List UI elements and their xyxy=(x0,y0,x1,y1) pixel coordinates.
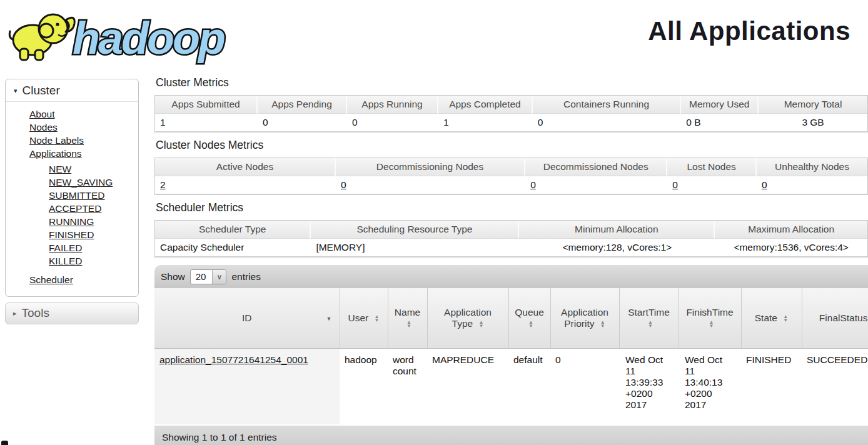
apps-running-value: 0 xyxy=(347,114,438,132)
application-starttime-cell: Wed Oct 11 13:39:33 +0200 2017 xyxy=(619,348,679,424)
col-apps-running: Apps Running xyxy=(347,96,438,114)
cluster-nav-panel: ▾Cluster About Nodes Node Labels Applica… xyxy=(5,79,139,297)
header-queue[interactable]: Queue ▲▼ xyxy=(508,288,550,348)
nodes-metrics-value-row: 2 0 0 0 0 xyxy=(155,176,867,195)
sidebar-item-node-labels[interactable]: Node Labels xyxy=(29,135,84,146)
table-info-bar: Showing 1 to 1 of 1 entries xyxy=(154,426,868,445)
application-queue-cell: default xyxy=(508,348,550,424)
header-starttime-label: StartTime xyxy=(628,307,670,318)
cluster-nodes-metrics-table: Active Nodes Decommissioning Nodes Decom… xyxy=(154,158,868,195)
header-finalstatus[interactable]: FinalStatus ▲▼ xyxy=(802,288,868,348)
col-decommissioning-nodes: Decommissioning Nodes xyxy=(336,158,525,176)
application-type-cell: MAPREDUCE xyxy=(427,348,508,424)
active-nodes-link[interactable]: 2 xyxy=(160,179,166,190)
show-label: Show xyxy=(161,271,185,282)
memory-used-value: 0 B xyxy=(681,114,759,132)
header-id[interactable]: ID▼ xyxy=(154,288,340,348)
header-application-type[interactable]: Application Type ▲▼ xyxy=(427,288,508,348)
col-lost-nodes: Lost Nodes xyxy=(667,158,757,176)
application-state-links: NEW NEW_SAVING SUBMITTED ACCEPTED RUNNIN… xyxy=(6,162,138,268)
sidebar: ▾Cluster About Nodes Node Labels Applica… xyxy=(5,79,139,324)
application-finalstatus-cell: SUCCEEDED xyxy=(802,348,868,424)
maximum-allocation-value: <memory:1536, vCores:4> xyxy=(715,239,867,258)
decommissioning-nodes-link[interactable]: 0 xyxy=(341,179,346,190)
col-unhealthy-nodes: Unhealthy Nodes xyxy=(757,158,867,176)
header-application-type-label: Application Type xyxy=(444,307,492,329)
scheduler-metrics-value-row: Capacity Scheduler [MEMORY] <memory:128,… xyxy=(155,239,867,258)
scheduler-metrics-header-row: Scheduler Type Scheduling Resource Type … xyxy=(155,221,867,239)
page-size-select[interactable]: 20 ∨ xyxy=(190,269,227,284)
sidebar-item-scheduler[interactable]: Scheduler xyxy=(29,274,73,285)
logo-wordmark: hadoop xyxy=(73,13,225,63)
header-starttime[interactable]: StartTime ▲▼ xyxy=(619,288,679,348)
sidebar-item-running[interactable]: RUNNING xyxy=(49,216,94,227)
header-finishtime[interactable]: FinishTime ▲▼ xyxy=(679,288,741,348)
cluster-nodes-metrics-heading: Cluster Nodes Metrics xyxy=(156,139,868,152)
sort-both-icon: ▲▼ xyxy=(479,321,484,328)
sidebar-item-new-saving[interactable]: NEW_SAVING xyxy=(49,177,113,188)
cluster-metrics-table: Apps Submitted Apps Pending Apps Running… xyxy=(154,95,868,132)
col-memory-used: Memory Used xyxy=(681,96,759,114)
chevron-down-icon: ▾ xyxy=(14,87,18,94)
cluster-links: About Nodes Node Labels Applications xyxy=(6,108,138,160)
main-content: Cluster Metrics Apps Submitted Apps Pend… xyxy=(154,75,868,445)
chevron-right-icon: ▸ xyxy=(13,309,17,317)
header-state-label: State xyxy=(755,312,777,323)
header-user[interactable]: User ▲▼ xyxy=(340,288,388,348)
unhealthy-nodes-link[interactable]: 0 xyxy=(762,179,767,190)
sort-both-icon: ▲▼ xyxy=(709,321,714,328)
hadoop-logo: hadoop xyxy=(5,4,250,68)
sidebar-item-submitted[interactable]: SUBMITTED xyxy=(49,190,105,201)
apps-submitted-value: 1 xyxy=(155,114,258,132)
tools-section-label: Tools xyxy=(22,306,49,319)
sort-both-icon: ▲▼ xyxy=(375,315,380,322)
cluster-section-label: Cluster xyxy=(23,84,60,97)
decommissioned-nodes-link[interactable]: 0 xyxy=(530,179,536,190)
sort-both-icon: ▲▼ xyxy=(528,321,533,328)
sidebar-item-accepted[interactable]: ACCEPTED xyxy=(49,203,101,214)
sort-both-icon: ▲▼ xyxy=(600,321,605,328)
cluster-metrics-heading: Cluster Metrics xyxy=(156,76,868,89)
page-title: All Applications xyxy=(648,16,850,46)
application-row: application_1507721641254_0001 hadoop wo… xyxy=(154,348,868,424)
application-finishtime-cell: Wed Oct 11 13:40:13 +0200 2017 xyxy=(679,348,741,424)
application-priority-cell: 0 xyxy=(550,348,619,424)
col-minimum-allocation: Minimum Allocation xyxy=(519,221,715,239)
apps-pending-value: 0 xyxy=(258,114,347,132)
header-finalstatus-label: FinalStatus xyxy=(819,312,868,323)
sort-both-icon: ▲▼ xyxy=(783,315,788,322)
sidebar-item-killed[interactable]: KILLED xyxy=(49,256,82,266)
header-name[interactable]: Name ▲▼ xyxy=(388,288,427,348)
header-user-label: User xyxy=(348,312,369,323)
application-state-cell: FINISHED xyxy=(741,348,802,424)
cluster-section-header[interactable]: ▾Cluster xyxy=(6,79,138,102)
application-user-cell: hadoop xyxy=(340,348,388,424)
lost-nodes-link[interactable]: 0 xyxy=(672,179,678,190)
col-maximum-allocation: Maximum Allocation xyxy=(715,221,867,239)
col-memory-total: Memory Total xyxy=(759,96,867,114)
application-id-cell: application_1507721641254_0001 xyxy=(154,348,340,424)
sidebar-item-about[interactable]: About xyxy=(29,109,55,119)
col-scheduler-type: Scheduler Type xyxy=(155,221,311,239)
applications-table: ID▼ User ▲▼ Name ▲▼ Application Type ▲▼ … xyxy=(154,288,868,424)
col-containers-running: Containers Running xyxy=(533,96,682,114)
header-state[interactable]: State ▲▼ xyxy=(741,288,802,348)
scheduling-resource-type-value: [MEMORY] xyxy=(311,239,519,258)
tools-section-header[interactable]: ▸Tools xyxy=(5,302,139,324)
header-application-priority[interactable]: Application Priority ▲▼ xyxy=(550,288,619,348)
select-dropdown-icon: ∨ xyxy=(212,270,226,284)
scheduler-metrics-heading: Scheduler Metrics xyxy=(156,201,868,214)
sidebar-item-nodes[interactable]: Nodes xyxy=(29,122,58,132)
sidebar-item-new[interactable]: NEW xyxy=(49,164,71,174)
sidebar-item-applications[interactable]: Applications xyxy=(29,148,82,159)
sidebar-item-failed[interactable]: FAILED xyxy=(49,242,82,253)
minimum-allocation-value: <memory:128, vCores:1> xyxy=(519,239,715,258)
application-id-link[interactable]: application_1507721641254_0001 xyxy=(159,354,308,365)
sidebar-item-finished[interactable]: FINISHED xyxy=(49,229,94,240)
col-scheduling-resource-type: Scheduling Resource Type xyxy=(311,221,519,239)
col-apps-submitted: Apps Submitted xyxy=(155,96,258,114)
page-size-value: 20 xyxy=(191,270,213,284)
memory-total-value: 3 GB xyxy=(759,114,867,132)
header-queue-label: Queue xyxy=(515,307,544,318)
scheduler-type-value: Capacity Scheduler xyxy=(155,239,311,258)
